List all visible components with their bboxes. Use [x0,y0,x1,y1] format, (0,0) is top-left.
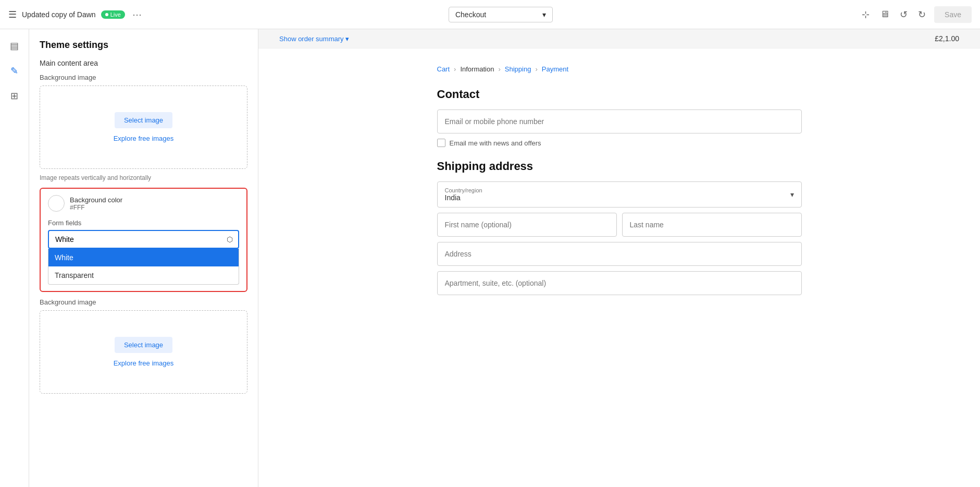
order-total: £2,1.00 [935,34,959,43]
menu-icon[interactable]: ☰ [8,9,17,20]
email-checkbox[interactable] [437,139,445,147]
breadcrumb-sep-3: › [535,65,537,73]
email-checkbox-row: Email me with news and offers [437,139,802,147]
background-image-label: Background image [40,74,247,81]
form-fields-dropdown: White Transparent [48,249,239,285]
breadcrumb-payment[interactable]: Payment [542,65,568,73]
settings-panel: Theme settings Main content area Backgro… [29,29,258,487]
explore-images-link[interactable]: Explore free images [114,135,174,142]
undo-button[interactable]: ↺ [898,7,910,22]
topbar-right: ⊹ 🖥 ↺ ↻ Save [860,6,972,23]
topbar-left: ☰ Updated copy of Dawn Live ⋯ [8,9,142,20]
checkout-top-bar: Show order summary ▾ £2,1.00 [258,29,980,48]
preview-area: Show order summary ▾ £2,1.00 Cart › Info… [258,29,980,487]
second-image-upload-box: Select image Explore free images [40,310,247,394]
form-fields-select-wrapper: White Transparent ⬡ [48,230,239,249]
page-selector[interactable]: Checkout ▾ [449,7,553,22]
background-image-upload-box: Select image Explore free images [40,86,247,169]
bg-color-label: Background color [70,196,122,204]
chevron-down-icon: ▾ [542,10,546,19]
shipping-address-title: Shipping address [437,160,802,173]
address-input[interactable] [437,242,802,266]
bg-color-row: Background color #FFF [48,195,239,212]
breadcrumb-cart[interactable]: Cart [437,65,450,73]
page-selector-label: Checkout [455,10,486,19]
topbar-center: Checkout ▾ [148,7,853,22]
option-white[interactable]: White [48,249,239,266]
second-explore-images-link[interactable]: Explore free images [114,359,174,367]
apartment-input[interactable] [437,271,802,295]
form-fields-label: Form fields [48,219,239,227]
color-swatch[interactable] [48,195,65,212]
email-input[interactable] [437,109,802,133]
panel-title: Theme settings [40,40,247,51]
background-color-box[interactable]: Background color #FFF Form fields White … [40,188,247,292]
bg-color-value: #FFF [70,204,122,211]
form-fields-select[interactable]: White Transparent [49,231,238,248]
country-value: India [445,193,794,202]
redo-button[interactable]: ↻ [916,7,928,22]
save-button[interactable]: Save [934,6,972,23]
monitor-icon[interactable]: 🖥 [878,7,891,22]
second-select-image-button[interactable]: Select image [115,337,172,353]
first-name-input[interactable] [437,213,617,237]
country-chevron-icon: ▾ [790,190,794,199]
form-fields-section: Form fields White Transparent ⬡ White Tr… [48,219,239,285]
order-summary-toggle[interactable]: Show order summary ▾ [279,35,349,43]
marquee-select-icon[interactable]: ⊹ [860,7,872,22]
more-button[interactable]: ⋯ [132,9,142,20]
checkout-content: Cart › Information › Shipping › Payment … [416,48,823,317]
option-transparent[interactable]: Transparent [48,266,239,284]
live-dot-icon [105,13,108,16]
sidebar-item-blocks[interactable]: ⊞ [4,86,25,106]
breadcrumb-shipping[interactable]: Shipping [505,65,531,73]
breadcrumb-information[interactable]: Information [460,65,494,73]
settings-panel-inner: Theme settings Main content area Backgro… [29,29,258,292]
name-row [437,213,802,237]
topbar: ☰ Updated copy of Dawn Live ⋯ Checkout ▾… [0,0,980,29]
country-select-wrapper[interactable]: Country/region India ▾ [437,181,802,208]
sidebar-item-editor[interactable]: ✎ [4,60,25,81]
preview-inner: Show order summary ▾ £2,1.00 Cart › Info… [258,29,980,487]
store-name: Updated copy of Dawn [22,10,96,19]
last-name-input[interactable] [622,213,802,237]
icon-sidebar: ▤ ✎ ⊞ [0,29,29,487]
image-repeat-note: Image repeats vertically and horizontall… [40,174,247,181]
main-content-section-label: Main content area [40,59,247,67]
country-label: Country/region [445,187,794,193]
sidebar-item-dashboard[interactable]: ▤ [4,35,25,56]
second-bg-image-label: Background image [40,298,247,306]
breadcrumb-sep-1: › [454,65,456,73]
main-content: ▤ ✎ ⊞ Theme settings Main content area B… [0,29,980,487]
email-checkbox-label: Email me with news and offers [450,139,541,147]
live-label: Live [110,11,121,18]
live-badge: Live [101,10,125,19]
breadcrumb-sep-2: › [498,65,500,73]
bg-color-info: Background color #FFF [70,196,122,211]
contact-title: Contact [437,88,802,101]
second-image-section: Background image Select image Explore fr… [29,298,258,409]
select-image-button[interactable]: Select image [115,112,172,128]
breadcrumb: Cart › Information › Shipping › Payment [437,65,802,73]
